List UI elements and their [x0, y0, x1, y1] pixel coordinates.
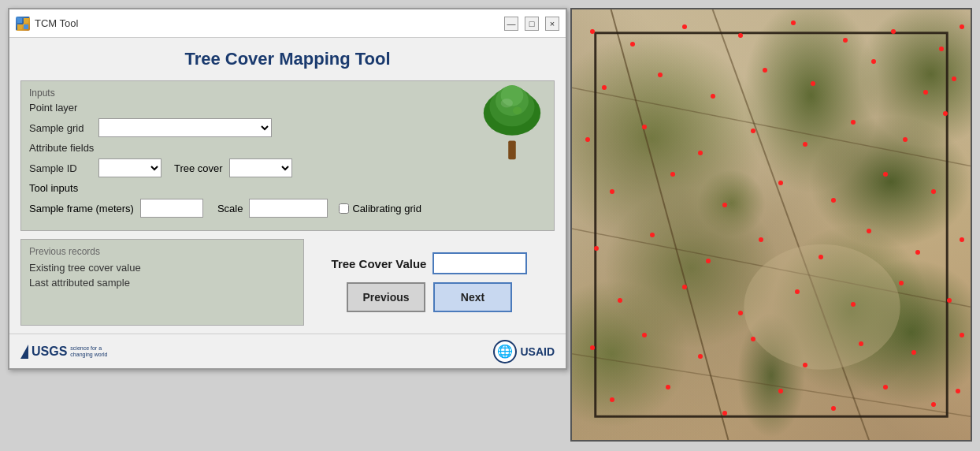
map-dot: [843, 38, 848, 43]
previous-button[interactable]: Previous: [347, 282, 425, 312]
tool-inputs-row: Tool inputs: [29, 182, 546, 194]
sample-frame-label: Sample frame (meters): [29, 203, 134, 214]
map-dot: [706, 259, 711, 263]
map-dot: [738, 33, 743, 38]
map-dot: [618, 298, 622, 303]
map-dot: [923, 90, 928, 95]
map-dot: [859, 341, 863, 346]
svg-line-13: [572, 88, 971, 166]
calibrating-grid-checkbox[interactable]: [339, 203, 349, 214]
usgs-triangle-icon: [20, 345, 28, 359]
sample-id-select[interactable]: [98, 158, 161, 177]
map-dot: [795, 289, 800, 294]
map-dot: [960, 24, 964, 29]
map-dot: [698, 151, 703, 155]
map-dot: [811, 81, 815, 86]
svg-rect-16: [596, 33, 947, 416]
app-icon: [16, 17, 30, 31]
map-dot: [590, 345, 595, 350]
title-bar: TCM Tool — □ ×: [9, 9, 566, 38]
map-inner: [572, 9, 971, 440]
svg-rect-4: [508, 140, 516, 159]
minimize-button[interactable]: —: [504, 17, 518, 31]
svg-line-15: [572, 354, 971, 416]
tool-inputs-label: Tool inputs: [29, 182, 78, 194]
map-dot: [899, 281, 904, 285]
map-dot: [943, 111, 948, 116]
sample-grid-row: Sample grid: [29, 118, 546, 137]
map-dot: [947, 298, 952, 303]
map-dot: [711, 94, 715, 99]
map-dot: [867, 229, 871, 233]
sample-frame-input[interactable]: [140, 199, 203, 218]
map-dot: [590, 29, 595, 34]
previous-records-title: Previous records: [29, 246, 295, 257]
sample-grid-label: Sample grid: [29, 122, 92, 134]
map-dot: [831, 406, 836, 411]
maximize-button[interactable]: □: [525, 17, 539, 31]
map-panel: [570, 8, 972, 442]
tree-cover-value-label: Tree Cover Value: [332, 257, 427, 270]
map-dot: [831, 198, 836, 203]
map-dot: [883, 172, 888, 177]
svg-point-9: [501, 99, 513, 107]
main-title: Tree Cover Mapping Tool: [20, 46, 555, 73]
map-dot: [630, 42, 635, 47]
map-dot: [738, 311, 743, 315]
map-dot: [650, 233, 655, 237]
map-dot: [610, 397, 614, 402]
map-dot: [960, 333, 964, 337]
map-dot: [939, 47, 944, 51]
map-dot: [763, 68, 767, 73]
map-field-lines: [572, 9, 971, 440]
map-dot: [803, 363, 807, 367]
tree-cover-value-input[interactable]: [432, 252, 527, 274]
point-layer-label: Point layer: [29, 102, 92, 114]
map-dot: [585, 137, 590, 142]
map-dot: [931, 402, 936, 407]
map-dot: [759, 237, 763, 242]
map-dot: [952, 76, 956, 81]
next-button[interactable]: Next: [433, 282, 512, 312]
last-attributed-row: Last attributed sample: [29, 277, 295, 289]
window-controls: — □ ×: [504, 17, 559, 31]
map-dot: [722, 203, 727, 207]
inputs-label: Inputs: [29, 88, 546, 99]
usaid-logo: 🌐 USAID: [493, 340, 555, 363]
map-dot: [658, 73, 663, 77]
map-dot: [851, 302, 856, 307]
bottom-section: Previous records Existing tree cover val…: [20, 239, 555, 326]
svg-rect-2: [17, 24, 22, 29]
sample-id-label: Sample ID: [29, 162, 92, 174]
svg-point-10: [513, 107, 522, 115]
map-dot: [819, 255, 823, 259]
svg-line-12: [713, 9, 869, 440]
map-dot: [851, 120, 856, 125]
svg-rect-0: [17, 18, 22, 23]
usaid-text: USAID: [520, 345, 555, 358]
map-dot: [931, 189, 936, 194]
tree-cover-value-row: Tree Cover Value: [332, 252, 528, 274]
scale-input[interactable]: [249, 199, 328, 218]
map-dot: [915, 250, 920, 255]
map-dot: [778, 389, 783, 393]
map-dot: [642, 125, 647, 129]
existing-tree-cover-row: Existing tree cover value: [29, 262, 295, 274]
tree-cover-select[interactable]: [229, 158, 292, 177]
point-layer-row: Point layer: [29, 102, 546, 114]
map-dot: [903, 137, 908, 142]
usgs-subtitle: science for a changing world: [70, 345, 110, 357]
map-dot: [751, 337, 755, 341]
calibrating-grid-label: Calibrating grid: [352, 203, 421, 214]
right-panel: Tree Cover Value Previous Next: [304, 239, 555, 326]
svg-rect-1: [24, 18, 28, 23]
sample-frame-row: Sample frame (meters) Scale Calibrating …: [29, 199, 546, 218]
close-button[interactable]: ×: [545, 17, 559, 31]
map-dot: [803, 142, 807, 147]
scale-label: Scale: [217, 203, 243, 214]
map-dot: [891, 29, 896, 34]
tree-cover-label: Tree cover: [174, 162, 223, 174]
map-dot: [722, 411, 727, 416]
map-dot: [682, 285, 687, 289]
sample-grid-select[interactable]: [98, 118, 272, 137]
